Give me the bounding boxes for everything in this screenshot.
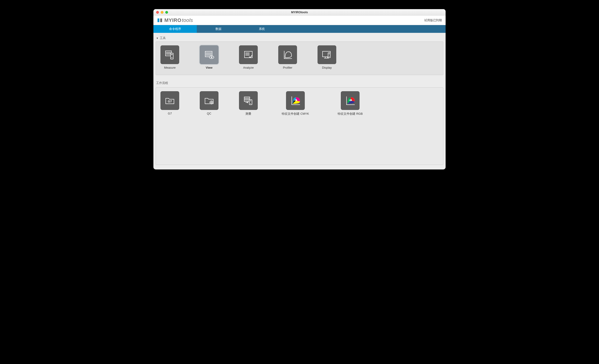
workflow-panel: G7 G7 QC: [156, 87, 443, 165]
license-status: 试用版已到期: [424, 18, 442, 22]
tool-view[interactable]: View: [200, 45, 219, 69]
analyze-icon: [239, 45, 258, 64]
tool-analyze-label: Analyze: [243, 66, 254, 69]
svg-text:G7: G7: [168, 100, 172, 103]
main-tabs: 命令程序 数据 系统: [153, 25, 446, 33]
svg-point-54: [250, 103, 251, 104]
maximize-button[interactable]: [165, 11, 168, 14]
tools-section-title: 工具: [160, 36, 166, 40]
tool-measure[interactable]: Measure: [160, 45, 179, 69]
svg-point-26: [211, 57, 212, 58]
svg-rect-0: [158, 18, 159, 22]
content-area: ▼ 工具: [153, 33, 446, 169]
tool-analyze[interactable]: Analyze: [239, 45, 258, 69]
titlebar: MYIROtools: [153, 9, 446, 16]
app-window: MYIROtools MYIROtools 试用版已到期 命令程序 数据 系统 …: [153, 9, 446, 169]
profile-cmyk-icon: [286, 91, 305, 110]
measure-icon: [160, 45, 179, 64]
workflow-qc-label: QC: [207, 112, 211, 115]
minimize-button[interactable]: [161, 11, 163, 14]
workflow-g7-label: G7: [168, 112, 172, 115]
workflow-qc[interactable]: QC: [200, 91, 219, 115]
window-title: MYIROtools: [153, 10, 446, 14]
tool-measure-label: Measure: [164, 66, 176, 69]
display-icon: [317, 45, 336, 64]
close-button[interactable]: [156, 11, 159, 14]
profile-rgb-icon: [341, 91, 360, 110]
svg-point-53: [250, 100, 251, 101]
traffic-lights: [153, 11, 168, 14]
view-icon: [200, 45, 219, 64]
tab-data[interactable]: 数据: [197, 25, 240, 33]
disclosure-triangle-icon: ▼: [156, 37, 159, 39]
workflow-profile-rgb[interactable]: 特征文件创建 RGB: [333, 91, 367, 116]
brand-bar: MYIROtools 试用版已到期: [153, 16, 446, 25]
svg-rect-2: [159, 18, 160, 22]
tool-display-label: Display: [322, 66, 332, 69]
workflow-section-title: 工作流程: [156, 81, 443, 85]
tab-system[interactable]: 系统: [240, 25, 283, 33]
tool-profiler-label: Profiler: [283, 66, 292, 69]
tool-display[interactable]: Display: [317, 45, 336, 69]
svg-point-14: [171, 57, 172, 58]
brand-text: MYIROtools: [164, 17, 193, 23]
profiler-icon: [278, 45, 297, 64]
qc-folder-icon: [200, 91, 219, 110]
svg-point-36: [329, 53, 330, 54]
g7-folder-icon: G7: [160, 91, 179, 110]
tab-programs[interactable]: 命令程序: [153, 25, 197, 33]
svg-point-37: [329, 56, 329, 57]
svg-rect-1: [160, 18, 162, 22]
workflow-profile-cmyk-label: 特征文件创建 CMYK: [282, 112, 309, 116]
workflow-g7[interactable]: G7 G7: [160, 91, 179, 115]
brand-mark-icon: [157, 17, 163, 23]
tool-view-label: View: [206, 66, 212, 69]
workflow-profile-cmyk[interactable]: 特征文件创建 CMYK: [278, 91, 313, 116]
workflow-measure-label: 测量: [245, 112, 251, 116]
svg-point-13: [171, 54, 173, 55]
brand-logo: MYIROtools: [157, 17, 193, 23]
tool-profiler[interactable]: Profiler: [278, 45, 297, 69]
workflow-profile-rgb-label: 特征文件创建 RGB: [338, 112, 363, 116]
workflow-measure-icon: [239, 91, 258, 110]
tools-panel: Measure: [156, 42, 443, 75]
workflow-measure[interactable]: 测量: [239, 91, 258, 116]
tools-section-header[interactable]: ▼ 工具: [156, 35, 443, 42]
